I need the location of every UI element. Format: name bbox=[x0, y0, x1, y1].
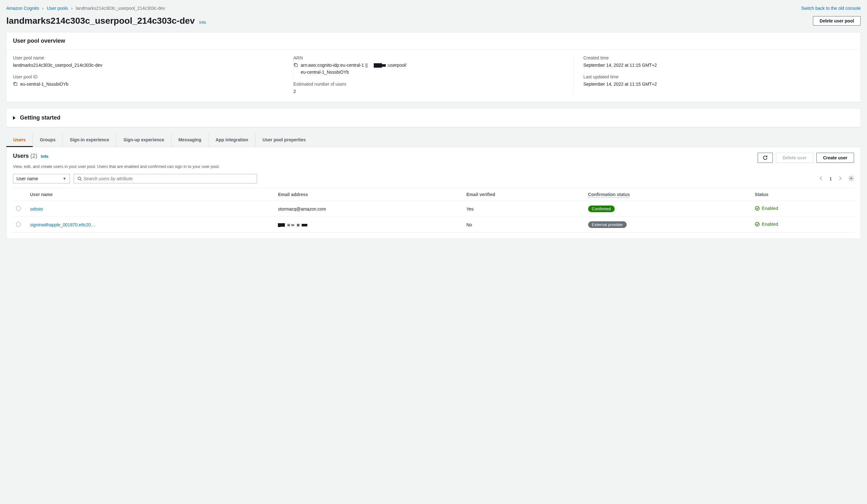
tab-users[interactable]: Users bbox=[6, 133, 33, 147]
getting-started-header: Getting started bbox=[20, 115, 61, 121]
current-page: 1 bbox=[829, 176, 832, 181]
next-page-button bbox=[836, 175, 844, 183]
chevron-right-icon: › bbox=[71, 6, 73, 11]
search-users-wrap[interactable] bbox=[74, 174, 257, 183]
copy-icon[interactable] bbox=[13, 82, 18, 86]
created-value: September 14, 2022 at 11:15 GMT+2 bbox=[584, 62, 854, 68]
svg-point-2 bbox=[78, 177, 81, 180]
tab-user-pool-properties[interactable]: User pool properties bbox=[256, 133, 313, 147]
col-confirmation-status[interactable]: Confirmation status bbox=[585, 188, 752, 201]
confirmation-badge: Confirmed bbox=[588, 205, 615, 212]
table-row: signinwithapple_001870.e6c20… No Externa… bbox=[13, 217, 854, 233]
svg-rect-0 bbox=[14, 83, 17, 86]
check-circle-icon bbox=[755, 222, 760, 227]
copy-icon[interactable] bbox=[293, 63, 298, 67]
breadcrumb-current: landmarks214c303c_userpool_214c303c-dev bbox=[76, 6, 165, 11]
pool-name-value: landmarks214c303c_userpool_214c303c-dev bbox=[13, 62, 283, 68]
col-status[interactable]: Status bbox=[752, 188, 854, 201]
col-email[interactable]: Email address bbox=[275, 188, 463, 201]
pagination: 1 bbox=[817, 175, 854, 183]
email-cell: stormacq@amazon.com bbox=[275, 201, 463, 217]
users-description: View, edit, and create users in your use… bbox=[13, 164, 854, 169]
row-select-radio[interactable] bbox=[16, 222, 21, 227]
chevron-right-icon bbox=[838, 176, 842, 181]
username-link[interactable]: signinwithapple_001870.e6c20… bbox=[30, 222, 95, 227]
row-select-radio[interactable] bbox=[16, 206, 21, 211]
breadcrumb: Amazon Cognito › User pools › landmarks2… bbox=[6, 6, 165, 11]
delete-user-button: Delete user bbox=[776, 153, 813, 163]
overview-panel: User pool overview User pool name landma… bbox=[6, 32, 861, 102]
search-icon bbox=[77, 176, 82, 181]
users-info-link[interactable]: Info bbox=[41, 154, 49, 159]
chevron-right-icon: › bbox=[42, 6, 44, 11]
status-badge: Enabled bbox=[755, 222, 778, 227]
table-row: sebsto stormacq@amazon.com Yes Confirmed… bbox=[13, 201, 854, 217]
arn-value: arn:aws:cognito-idp:eu-central-1 :userpo… bbox=[301, 62, 407, 76]
gear-icon bbox=[848, 175, 854, 181]
prev-page-button bbox=[817, 175, 825, 183]
pool-name-label: User pool name bbox=[13, 55, 283, 61]
page-title: landmarks214c303c_userpool_214c303c-dev … bbox=[6, 16, 206, 26]
verified-cell: No bbox=[463, 217, 585, 233]
tab-groups[interactable]: Groups bbox=[33, 133, 63, 147]
title-info-link[interactable]: Info bbox=[199, 20, 206, 25]
users-panel: Users (2) Info Delete user Create user V… bbox=[6, 147, 861, 239]
delete-user-pool-button[interactable]: Delete user pool bbox=[813, 16, 861, 25]
col-email-verified[interactable]: Email verified bbox=[463, 188, 585, 201]
col-username[interactable]: User name bbox=[27, 188, 275, 201]
table-settings-button[interactable] bbox=[848, 175, 854, 182]
created-label: Created time bbox=[584, 55, 854, 61]
tab-bar: Users Groups Sign-in experience Sign-up … bbox=[6, 133, 861, 147]
check-circle-icon bbox=[755, 206, 760, 211]
users-table: User name Email address Email verified C… bbox=[13, 188, 854, 233]
email-cell bbox=[275, 217, 463, 233]
username-link[interactable]: sebsto bbox=[30, 206, 43, 212]
tab-signup-experience[interactable]: Sign-up experience bbox=[116, 133, 171, 147]
chevron-left-icon bbox=[819, 176, 823, 181]
caret-right-icon bbox=[13, 116, 15, 120]
breadcrumb-userpools[interactable]: User pools bbox=[47, 6, 68, 11]
arn-label: ARN bbox=[293, 55, 564, 61]
svg-point-3 bbox=[850, 178, 852, 179]
users-heading: Users bbox=[13, 153, 29, 159]
refresh-button[interactable] bbox=[758, 153, 773, 163]
pool-id-value: eu-central-1_NsssbiOYb bbox=[20, 81, 68, 88]
breadcrumb-root[interactable]: Amazon Cognito bbox=[6, 6, 39, 11]
est-users-value: 2 bbox=[293, 88, 564, 95]
create-user-button[interactable]: Create user bbox=[816, 153, 854, 163]
pool-id-label: User pool ID bbox=[13, 74, 283, 79]
refresh-icon bbox=[762, 155, 768, 161]
status-badge: Enabled bbox=[755, 206, 778, 211]
est-users-label: Estimated number of users bbox=[293, 82, 564, 87]
tab-app-integration[interactable]: App integration bbox=[209, 133, 256, 147]
getting-started-panel[interactable]: Getting started bbox=[6, 108, 861, 127]
confirmation-badge: External provider bbox=[588, 221, 627, 228]
tab-messaging[interactable]: Messaging bbox=[171, 133, 208, 147]
updated-label: Last updated time bbox=[584, 74, 854, 79]
users-count: (2) bbox=[30, 153, 37, 159]
caret-down-icon: ▼ bbox=[63, 176, 66, 181]
overview-header: User pool overview bbox=[13, 37, 854, 44]
search-users-input[interactable] bbox=[84, 176, 254, 181]
verified-cell: Yes bbox=[463, 201, 585, 217]
filter-attribute-select[interactable]: User name ▼ bbox=[13, 174, 70, 183]
switch-console-link[interactable]: Switch back to the old console bbox=[801, 6, 861, 11]
tab-signin-experience[interactable]: Sign-in experience bbox=[63, 133, 116, 147]
updated-value: September 14, 2022 at 11:15 GMT+2 bbox=[584, 81, 854, 88]
svg-rect-1 bbox=[295, 64, 297, 66]
